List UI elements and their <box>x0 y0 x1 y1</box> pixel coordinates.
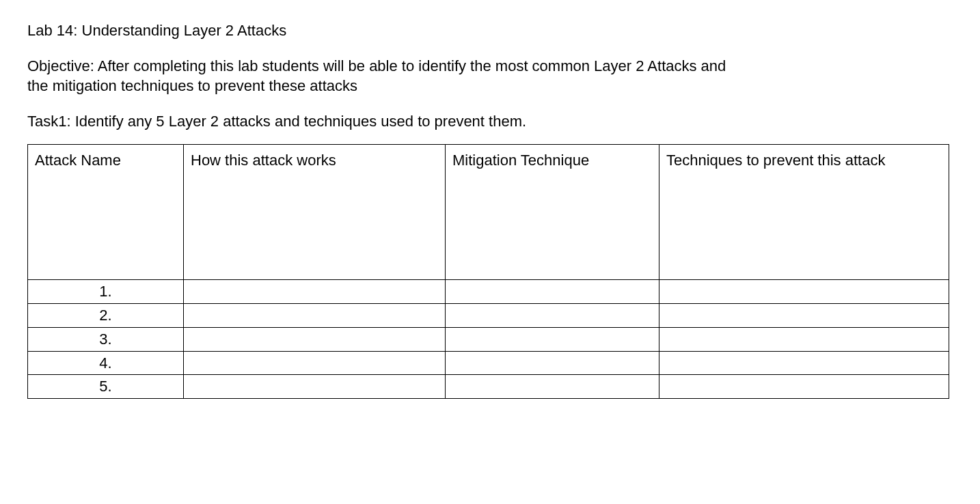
cell-mitigation <box>446 327 659 351</box>
cell-techniques <box>659 304 949 328</box>
cell-mitigation <box>446 375 659 399</box>
row-number: 3. <box>28 327 184 351</box>
cell-techniques <box>659 327 949 351</box>
attacks-table: Attack Name How this attack works Mitiga… <box>27 144 949 399</box>
task-description: Task1: Identify any 5 Layer 2 attacks an… <box>27 111 953 132</box>
row-number: 4. <box>28 351 184 375</box>
table-row: 5. <box>28 375 949 399</box>
header-mitigation: Mitigation Technique <box>446 144 659 280</box>
header-attack-name: Attack Name <box>28 144 184 280</box>
table-row: 1. <box>28 280 949 304</box>
cell-how-works <box>184 327 446 351</box>
lab-title: Lab 14: Understanding Layer 2 Attacks <box>27 20 953 41</box>
row-number: 1. <box>28 280 184 304</box>
table-row: 4. <box>28 351 949 375</box>
cell-techniques <box>659 375 949 399</box>
cell-mitigation <box>446 351 659 375</box>
cell-techniques <box>659 280 949 304</box>
header-techniques: Techniques to prevent this attack <box>659 144 949 280</box>
cell-mitigation <box>446 280 659 304</box>
cell-mitigation <box>446 304 659 328</box>
cell-how-works <box>184 351 446 375</box>
cell-how-works <box>184 280 446 304</box>
table-header-row: Attack Name How this attack works Mitiga… <box>28 144 949 280</box>
cell-how-works <box>184 375 446 399</box>
row-number: 5. <box>28 375 184 399</box>
row-number: 2. <box>28 304 184 328</box>
cell-techniques <box>659 351 949 375</box>
header-how-works: How this attack works <box>184 144 446 280</box>
cell-how-works <box>184 304 446 328</box>
table-row: 3. <box>28 327 949 351</box>
lab-objective: Objective: After completing this lab stu… <box>27 56 745 96</box>
table-row: 2. <box>28 304 949 328</box>
